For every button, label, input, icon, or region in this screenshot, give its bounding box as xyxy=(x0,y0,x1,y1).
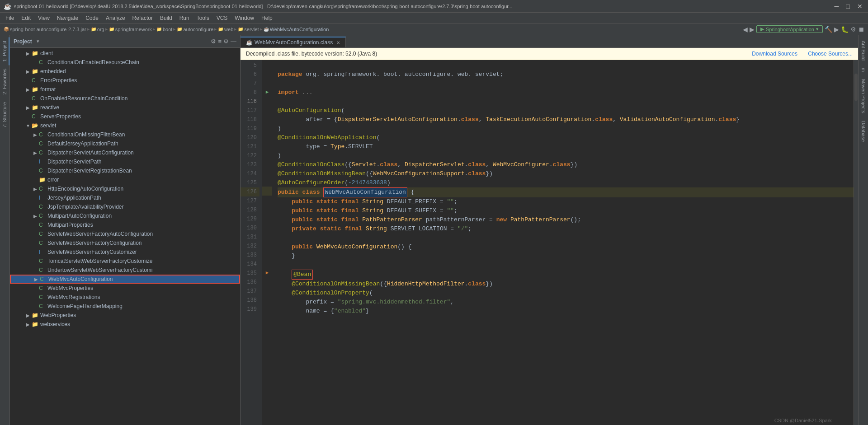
sidebar-tab-favorites[interactable]: 2: Favorites xyxy=(0,65,9,98)
menu-file[interactable]: File xyxy=(2,14,18,23)
annotation: @ConditionalOnMissingBean xyxy=(278,169,366,178)
menu-window[interactable]: Window xyxy=(231,14,258,23)
class-icon: C xyxy=(40,276,47,282)
breadcrumb-autoconfigure[interactable]: autoconfigure xyxy=(183,27,213,32)
maximize-button[interactable]: □ xyxy=(844,3,852,10)
tree-label: ServletWebServerFactoryCustomizer xyxy=(47,249,137,255)
breadcrumb-springframework[interactable]: springframework xyxy=(115,27,152,32)
menu-build[interactable]: Build xyxy=(156,14,176,23)
code-line-130: private static final String SERVLET_LOCA… xyxy=(278,224,854,234)
breadcrumb-servlet[interactable]: servlet xyxy=(244,27,259,32)
code-text: DEFAULT_PREFIX = xyxy=(383,197,447,206)
tree-arrow: ▶ xyxy=(24,322,32,327)
tree-item-conditional-enabled-resource[interactable]: C ConditionalOnEnabledResourceChain xyxy=(10,58,240,67)
panel-settings-button[interactable]: ⚙ xyxy=(211,38,216,45)
vertical-scrollbar[interactable] xyxy=(854,60,858,425)
breadcrumb-jar[interactable]: spring-boot-autoconfigure-2.7.3.jar xyxy=(10,27,86,32)
tree-item-multipart-props[interactable]: C MultipartProperties xyxy=(10,220,240,229)
panel-dropdown-icon[interactable]: ▾ xyxy=(37,38,39,44)
menu-analyze[interactable]: Analyze xyxy=(102,14,129,23)
editor-area: ☕ WebMvcAutoConfiguration.class ✕ Decomp… xyxy=(241,35,858,425)
close-button[interactable]: ✕ xyxy=(855,3,864,10)
menu-navigate[interactable]: Navigate xyxy=(53,14,82,23)
tree-item-servlet-folder[interactable]: ▼ 📂 servlet xyxy=(10,121,240,130)
breadcrumb-org[interactable]: org xyxy=(97,27,104,32)
tree-item-webmvc-auto[interactable]: ▶ C WebMvcAutoConfiguration xyxy=(10,275,240,284)
breadcrumb-web[interactable]: web xyxy=(224,27,233,32)
nav-back-button[interactable]: ◀ xyxy=(743,26,748,33)
right-tab-m[interactable]: m xyxy=(859,64,868,75)
tree-item-embedded[interactable]: ▶ 📁 embedded xyxy=(10,67,240,76)
tree-item-web-properties[interactable]: ▶ 📁 WebProperties xyxy=(10,311,240,320)
tree-item-webservices[interactable]: ▶ 📁 webservices xyxy=(10,320,240,329)
tree-item-reactive[interactable]: ▶ 📁 reactive xyxy=(10,103,240,112)
panel-collapse-button[interactable]: ≡ xyxy=(218,38,222,45)
tree-item-webmvc-props[interactable]: C WebMvcProperties xyxy=(10,284,240,293)
editor-tab-webmvc[interactable]: ☕ WebMvcAutoConfiguration.class ✕ xyxy=(241,37,346,47)
tab-bar: ☕ WebMvcAutoConfiguration.class ✕ xyxy=(241,35,858,48)
tree-item-welcome-page[interactable]: C WelcomePageHandlerMapping xyxy=(10,302,240,311)
build-button[interactable]: 🔨 xyxy=(825,26,832,33)
breadcrumb-class[interactable]: WebMvcAutoConfiguration xyxy=(270,27,329,32)
title-bar-controls[interactable]: ─ □ ✕ xyxy=(833,3,864,10)
menu-vcs[interactable]: VCS xyxy=(213,14,231,23)
choose-sources-link[interactable]: Choose Sources... xyxy=(808,51,853,57)
run-gutter-icon[interactable]: ▶ xyxy=(262,268,272,277)
scrollbar-thumb[interactable] xyxy=(854,74,858,101)
run-button[interactable]: ▶ xyxy=(834,26,839,33)
sidebar-tab-project[interactable]: 1: Project xyxy=(0,37,9,65)
tree-item-error-folder[interactable]: 📁 error xyxy=(10,175,240,184)
run-config-badge[interactable]: ▶ SpringbootApplication ▾ xyxy=(756,25,823,33)
menu-edit[interactable]: Edit xyxy=(18,14,34,23)
panel-minimize-button[interactable]: — xyxy=(231,38,236,45)
code-text: . xyxy=(549,160,553,169)
debug-button[interactable]: 🐛 xyxy=(841,26,849,33)
tree-item-on-enabled-resource[interactable]: C OnEnabledResourceChainCondition xyxy=(10,94,240,103)
tree-item-dispatcher-auto[interactable]: ▶ C DispatcherServletAutoConfiguration xyxy=(10,148,240,157)
tree-item-http-encoding[interactable]: ▶ C HttpEncodingAutoConfiguration xyxy=(10,184,240,193)
tree-item-servlet-factory-auto[interactable]: C ServletWebServerFactoryAutoConfigurati… xyxy=(10,229,240,238)
tree-item-servlet-factory-config[interactable]: C ServletWebServerFactoryConfiguration xyxy=(10,238,240,248)
tree-item-default-jersey[interactable]: C DefaultJerseyApplicationPath xyxy=(10,139,240,148)
tree-item-jsp-template[interactable]: C JspTemplateAvailabilityProvider xyxy=(10,202,240,211)
tab-close-button[interactable]: ✕ xyxy=(336,40,340,45)
minimize-button[interactable]: ─ xyxy=(833,3,841,10)
menu-help[interactable]: Help xyxy=(258,14,276,23)
menu-run[interactable]: Run xyxy=(176,14,193,23)
tree-item-client[interactable]: ▶ 📁 client xyxy=(10,49,240,58)
tree-item-conditional-missing-filter[interactable]: ▶ C ConditionalOnMissingFilterBean xyxy=(10,130,240,139)
tree-item-undertow-customize[interactable]: C UndertowServletWebServerFactoryCustomi xyxy=(10,266,240,275)
nav-forward-button[interactable]: ▶ xyxy=(750,26,755,33)
tree-item-tomcat-customize[interactable]: C TomcatServletWebServerFactoryCustomize xyxy=(10,257,240,266)
download-sources-link[interactable]: Download Sources xyxy=(752,51,797,57)
breadcrumb-boot[interactable]: boot xyxy=(163,27,172,32)
settings-button[interactable]: ⚙ xyxy=(850,26,856,33)
menu-refactor[interactable]: Refactor xyxy=(129,14,156,23)
tree-item-dispatcher-reg[interactable]: C DispatcherServletRegistrationBean xyxy=(10,166,240,175)
tree-item-error-properties[interactable]: C ErrorProperties xyxy=(10,76,240,85)
tree-item-server-properties[interactable]: C ServerProperties xyxy=(10,112,240,121)
right-tab-database[interactable]: Database xyxy=(859,117,868,145)
tree-item-webmvc-reg[interactable]: C WebMvcRegistrations xyxy=(10,293,240,302)
tree-label: ServletWebServerFactoryAutoConfiguration xyxy=(47,231,153,237)
right-tab-maven[interactable]: Maven Projects xyxy=(859,75,868,117)
menu-code[interactable]: Code xyxy=(82,14,102,23)
menu-tools[interactable]: Tools xyxy=(193,14,213,23)
code-line-120: @ConditionalOnWebApplication ( xyxy=(278,133,854,142)
code-editor[interactable]: 5 6 7 8 116 117 118 119 120 121 122 123 … xyxy=(241,60,858,425)
tree-item-servlet-factory-cust[interactable]: I ServletWebServerFactoryCustomizer xyxy=(10,248,240,257)
sidebar-tab-structure[interactable]: 7: Structure xyxy=(0,98,9,131)
menu-view[interactable]: View xyxy=(34,14,53,23)
tree-item-dispatcher-path[interactable]: I DispatcherServletPath xyxy=(10,157,240,166)
keyword: class xyxy=(468,169,486,178)
tree-item-multipart-auto[interactable]: ▶ C MultipartAutoConfiguration xyxy=(10,211,240,220)
code-line-129: public static final PathPatternParser pa… xyxy=(278,215,854,224)
right-tab-ant-build[interactable]: Ant Build xyxy=(859,37,868,64)
code-content[interactable]: package org. springframework. boot. auto… xyxy=(272,60,854,425)
stop-button[interactable]: ⏹ xyxy=(858,26,864,33)
panel-gear-button[interactable]: ⚙ xyxy=(223,38,229,45)
tree-item-format[interactable]: ▶ 📁 format xyxy=(10,85,240,94)
fold-marker[interactable]: ▶ xyxy=(262,87,272,96)
code-line-122: ) xyxy=(278,151,854,160)
tree-item-jersey-path[interactable]: I JerseyApplicationPath xyxy=(10,193,240,202)
